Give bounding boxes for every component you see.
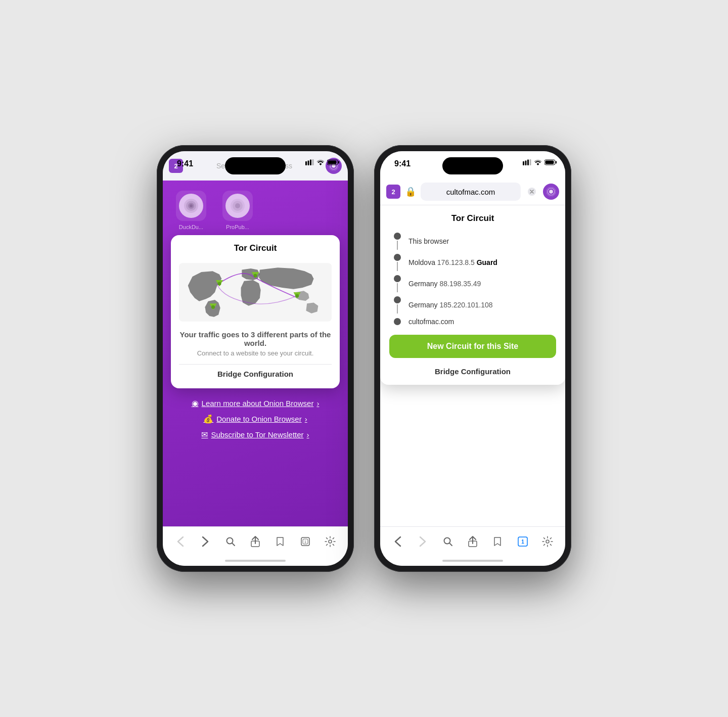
search-item-2: ProPub... [217,191,258,230]
bridge-config-1[interactable]: Bridge Configuration [179,364,332,380]
tab-count-2[interactable]: 2 [386,185,400,199]
svg-text:1: 1 [304,540,307,544]
circuit-node-1: Moldova 176.123.8.5 Guard [393,252,552,273]
svg-point-21 [253,274,257,278]
forward-btn-1[interactable] [195,531,215,552]
svg-rect-4 [308,161,309,166]
bottom-links: ◉ Learn more about Onion Browser › 💰 Don… [163,388,348,450]
share-btn-1[interactable] [245,531,265,552]
back-btn-1[interactable] [170,531,191,552]
tor-popup-2: Tor Circuit This browser [380,205,565,385]
svg-point-25 [211,305,215,309]
lock-icon-2: 🔒 [404,186,417,197]
subscribe-icon: ✉ [201,430,208,439]
donate-icon: 💰 [203,414,213,424]
close-btn-2[interactable] [525,185,539,199]
learn-more-icon: ◉ [192,398,199,408]
bookmark-btn-1[interactable] [270,531,290,552]
svg-rect-35 [530,159,531,165]
search-label-1: DuckDu... [179,224,203,230]
svg-rect-3 [305,161,307,165]
circuit-node-4: cultofmac.com [393,316,552,328]
settings-btn-2[interactable] [537,531,558,552]
circuit-node-0: This browser [393,231,552,252]
status-icons-2 [523,159,557,165]
svg-point-40 [549,190,553,194]
onion-btn-2[interactable] [543,184,559,200]
bridge-config-2[interactable]: Bridge Configuration [389,363,556,377]
status-time-2: 9:41 [394,159,411,168]
search-btn-1[interactable] [220,531,241,552]
home-indicator-2 [380,556,565,566]
svg-rect-33 [525,161,527,166]
status-icons-1 [305,159,340,165]
svg-point-13 [190,204,193,207]
search-label-2: ProPub... [226,224,249,230]
home-indicator-1 [163,556,348,566]
phone-1-inner: 2 Search or enter address 9:41 [163,151,348,566]
circuit-list: This browser Moldova 176.123.8.5 Guard [389,231,556,328]
url-bar-2: 2 🔒 cultofmac.com [380,181,565,205]
subscribe-link[interactable]: ✉ Subscribe to Tor Newsletter › [171,430,340,439]
dynamic-island-1 [225,157,286,174]
world-map [179,259,332,325]
svg-point-16 [235,203,240,208]
phones-container: 2 Search or enter address 9:41 [157,145,571,572]
svg-rect-34 [527,160,529,166]
phone2-body: ◉ Here's all the immersive content comin… [380,205,565,526]
svg-rect-5 [310,160,311,166]
tor-popup-sub: Connect to a website to see your circuit… [179,349,332,357]
phone-1: 2 Search or enter address 9:41 [157,145,354,572]
bottom-toolbar-1: 1 [163,526,348,556]
svg-rect-38 [545,161,554,164]
phone-2-inner: 9:41 2 🔒 cultofmac.com [380,151,565,566]
back-btn-2[interactable] [388,531,408,552]
bookmark-btn-2[interactable] [487,531,508,552]
svg-rect-6 [312,159,314,165]
url-field-2[interactable]: cultofmac.com [421,183,521,201]
tor-popup-desc: Your traffic goes to 3 different parts o… [179,330,332,347]
new-circuit-btn[interactable]: New Circuit for this Site [389,335,556,358]
search-item-1: DuckDu... [171,191,211,230]
search-grid-1: DuckDu... ProPub... [163,181,348,235]
svg-point-47 [546,540,549,543]
learn-more-link[interactable]: ◉ Learn more about Onion Browser › [171,398,340,408]
tabs-btn-1[interactable]: 1 [295,531,315,552]
svg-text:1: 1 [521,539,524,545]
circuit-node-2: Germany 88.198.35.49 [393,273,552,294]
bottom-toolbar-2: 1 [380,526,565,556]
tor-popup-title-1: Tor Circuit [179,243,332,253]
svg-rect-8 [338,161,339,164]
forward-btn-2[interactable] [413,531,433,552]
settings-btn-1[interactable] [320,531,340,552]
share-btn-2[interactable] [463,531,483,552]
tor-popup-title-2: Tor Circuit [389,213,556,223]
status-time-1: 9:41 [177,159,193,168]
svg-rect-9 [328,161,337,164]
phone-2: 9:41 2 🔒 cultofmac.com [374,145,571,572]
svg-point-23 [295,294,299,298]
tabs-btn-2[interactable]: 1 [513,531,533,552]
dynamic-island-2 [442,157,503,174]
circuit-node-3: Germany 185.220.101.108 [393,294,552,316]
donate-link[interactable]: 💰 Donate to Onion Browser › [171,414,340,424]
search-btn-2[interactable] [438,531,458,552]
svg-rect-32 [523,161,524,165]
phone1-bg: DuckDu... ProPub... Tor Circuit [163,181,348,526]
tor-popup-1: Tor Circuit [171,235,340,388]
svg-point-19 [217,282,221,286]
svg-rect-37 [556,161,557,164]
svg-point-31 [329,540,332,543]
